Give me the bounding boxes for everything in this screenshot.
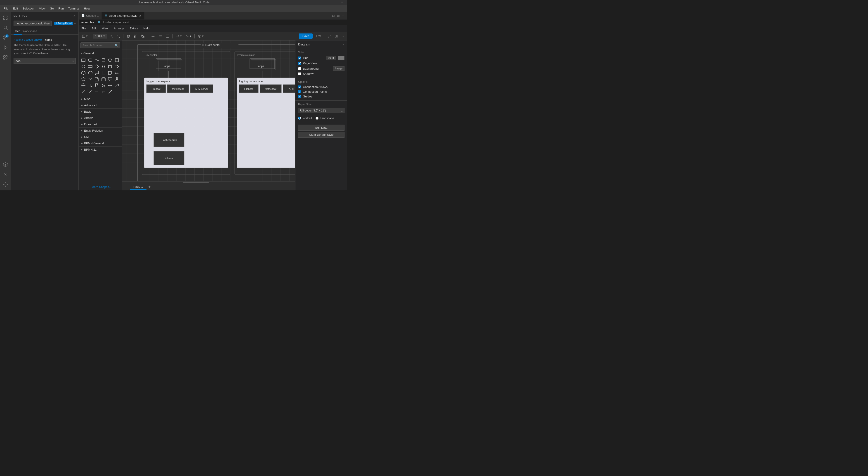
grid-size-input[interactable]	[326, 56, 336, 60]
shape-arrow-up-right[interactable]	[114, 83, 120, 88]
shape-cloud[interactable]	[87, 70, 93, 76]
shape-square[interactable]	[114, 57, 120, 63]
shape-rect[interactable]	[81, 57, 86, 63]
category-bpmn-general-header[interactable]: ▶ BPMN General	[79, 140, 122, 146]
grid-checkbox[interactable]	[298, 57, 301, 59]
window-close-button[interactable]: ×	[337, 0, 347, 5]
exit-button[interactable]: Exit	[313, 33, 324, 39]
clear-default-style-btn[interactable]: Clear Default Style	[298, 131, 344, 138]
shape-wave[interactable]	[87, 76, 93, 82]
paper-size-select[interactable]: US-Letter (8,5" x 11") A4 A3 Letter Lega…	[298, 108, 344, 113]
fullscreen-btn[interactable]	[327, 34, 333, 38]
shadow-checkbox[interactable]	[298, 72, 301, 75]
menu-go[interactable]: Go	[48, 6, 56, 11]
settings-filter-icon[interactable]: ≡	[74, 22, 76, 25]
menu-selection[interactable]: Selection	[21, 6, 36, 11]
delete-btn[interactable]	[125, 34, 131, 39]
activity-extensions[interactable]	[1, 53, 9, 61]
activity-remote[interactable]	[1, 160, 9, 169]
category-arrows-header[interactable]: ▶ Arrows	[79, 115, 122, 121]
activity-settings[interactable]	[1, 180, 9, 188]
shape-diamond[interactable]	[94, 63, 100, 69]
tab-cloud-example[interactable]: cloud-example.drawio ×	[102, 12, 145, 20]
activity-explorer[interactable]	[1, 13, 9, 22]
shape-line1[interactable]	[81, 89, 86, 95]
zoom-in-btn[interactable]	[108, 34, 114, 39]
shape-ellipse[interactable]	[107, 57, 113, 63]
activity-source-control[interactable]: 2	[1, 33, 9, 41]
category-entity-relation-header[interactable]: ▶ Entity Relation	[79, 127, 122, 133]
shapes-search-input[interactable]	[81, 42, 120, 49]
connection-arrows-checkbox[interactable]	[298, 86, 301, 88]
more-options-btn[interactable]: ···	[340, 34, 345, 38]
drawio-menu-arrange[interactable]: Arrange	[113, 26, 125, 31]
drawio-menu-view[interactable]: View	[101, 26, 109, 31]
shape-talk-bubble[interactable]	[94, 70, 100, 76]
shape-circle[interactable]	[81, 63, 86, 69]
category-bpmn2-header[interactable]: ▶ BPMN 2...	[79, 147, 122, 153]
tab-user[interactable]: User	[13, 28, 22, 35]
line-btn[interactable]	[157, 34, 163, 39]
sidebar-more-btn[interactable]: ···	[68, 13, 72, 18]
zoom-display[interactable]: 100% ▾	[93, 34, 107, 38]
shape-arrow-bend[interactable]	[87, 83, 93, 88]
shape-parallelogram[interactable]	[101, 63, 106, 69]
category-basic-header[interactable]: ▶ Basic	[79, 109, 122, 115]
category-flowchart-header[interactable]: ▶ Flowchart	[79, 121, 122, 127]
shape-arrows-lr[interactable]	[107, 83, 113, 88]
guides-checkbox[interactable]	[298, 95, 301, 98]
edit-data-btn[interactable]: Edit Data	[298, 125, 344, 131]
shape-line2[interactable]	[87, 89, 93, 95]
more-shapes-btn[interactable]: + More Shapes...	[79, 183, 122, 190]
shape-swirl[interactable]	[101, 83, 106, 88]
shape-callout[interactable]	[107, 76, 113, 82]
shape-btn[interactable]	[164, 34, 170, 39]
shape-doc[interactable]	[94, 76, 100, 82]
main-canvas[interactable]: Data center Dev cluster Prod/etc cluster…	[122, 40, 295, 181]
menu-view[interactable]: View	[37, 6, 47, 11]
shape-arrows2[interactable]	[101, 89, 106, 95]
more-tabs-button[interactable]: ···	[341, 13, 345, 18]
grid-color-swatch[interactable]	[338, 56, 344, 60]
shape-stacked[interactable]	[101, 70, 106, 76]
shape-rounded-rect[interactable]	[87, 57, 93, 63]
connection-points-checkbox[interactable]	[298, 90, 301, 93]
settings-search-input[interactable]	[13, 21, 52, 26]
background-image-btn[interactable]: Image	[333, 66, 344, 71]
breadcrumb-link[interactable]: Hediet › Vscode-drawio:	[13, 38, 43, 41]
activity-account[interactable]	[1, 171, 9, 179]
menu-run[interactable]: Run	[57, 6, 66, 11]
breadcrumb-filename[interactable]: cloud-example.drawio	[102, 21, 130, 24]
drawio-menu-help[interactable]: Help	[143, 26, 150, 31]
shape-arrow-right[interactable]	[114, 63, 120, 69]
shape-tab[interactable]	[101, 76, 106, 82]
landscape-radio[interactable]	[315, 117, 318, 120]
shape-person[interactable]	[114, 76, 120, 82]
arrange-btn[interactable]	[140, 34, 146, 39]
canvas-horizontal-scrollbar[interactable]	[122, 181, 295, 183]
page-options-btn[interactable]: ⋮	[124, 185, 129, 189]
shape-pentagon[interactable]	[81, 76, 86, 82]
add-page-btn[interactable]: +	[147, 184, 152, 189]
editor-layout-button[interactable]: ⊞	[336, 13, 340, 18]
shape-hexagon[interactable]	[81, 70, 86, 76]
page-tab-1[interactable]: Page-1	[130, 184, 147, 190]
menu-edit[interactable]: Edit	[11, 6, 20, 11]
shape-stacked2[interactable]	[107, 70, 113, 76]
breadcrumb-examples[interactable]: examples	[81, 21, 94, 24]
right-panel-close-btn[interactable]: ×	[342, 42, 344, 47]
insert-btn[interactable]: ▾	[196, 34, 205, 39]
shape-flag[interactable]	[94, 83, 100, 88]
tab-cloud-close[interactable]: ×	[139, 13, 142, 18]
shape-cylinder-h[interactable]	[107, 63, 113, 69]
drawio-menu-edit[interactable]: Edit	[91, 26, 97, 31]
activity-run[interactable]	[1, 43, 9, 52]
menu-terminal[interactable]: Terminal	[66, 6, 81, 11]
tab-workspace[interactable]: Workspace	[22, 28, 40, 35]
shape-note[interactable]	[101, 57, 106, 63]
menu-help[interactable]: Help	[82, 6, 92, 11]
category-uml-header[interactable]: ▶ UML	[79, 134, 122, 140]
save-button[interactable]: Save	[299, 33, 313, 39]
shape-trapezoid[interactable]	[114, 70, 120, 76]
shape-line3[interactable]	[94, 89, 100, 95]
